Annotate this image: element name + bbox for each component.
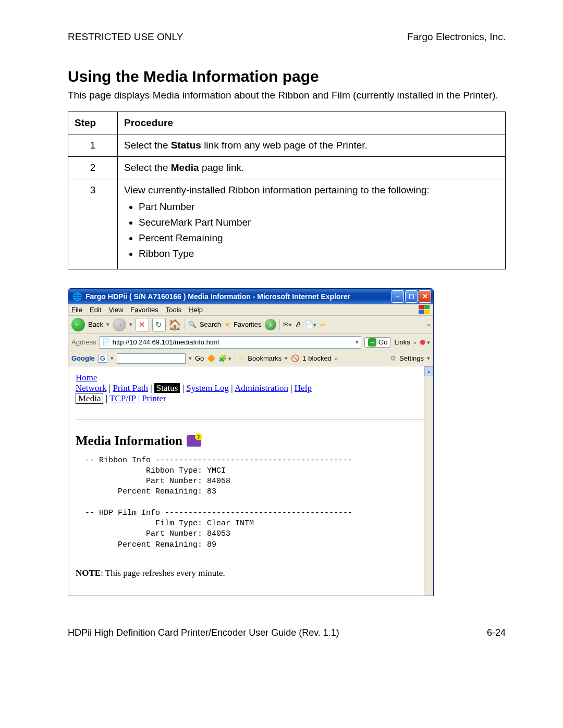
col-procedure: Procedure	[118, 112, 506, 134]
list-item: Part Number	[139, 201, 499, 213]
blocked-label[interactable]: 1 blocked	[302, 354, 332, 362]
address-input[interactable]: 📄 http://10.244.69.101/mediaInfo.html ▾	[100, 336, 361, 349]
link-printer[interactable]: Printer	[142, 393, 166, 403]
note-text: NOTE: This page refreshes every minute.	[76, 568, 426, 578]
forward-button[interactable]: →	[113, 318, 126, 331]
windows-flag-icon	[419, 304, 430, 315]
snagit-icon[interactable]: ⬣ ▾	[420, 338, 430, 346]
list-item: Percent Remaining	[139, 232, 499, 244]
link-administration[interactable]: Administration	[235, 383, 288, 393]
ie-window: 🌐 Fargo HDPii ( S/N A7160166 ) Media Inf…	[68, 288, 434, 596]
col-step: Step	[68, 112, 118, 134]
settings-gear-icon: ⚙	[390, 354, 396, 362]
back-button[interactable]: ←	[71, 318, 85, 331]
step-text: View currently-installed Ribbon informat…	[118, 179, 506, 269]
menu-help[interactable]: Help	[189, 306, 203, 314]
menu-edit[interactable]: Edit	[90, 306, 101, 314]
address-label: Address	[71, 338, 96, 346]
link-help[interactable]: Help	[295, 383, 312, 393]
table-row: 1 Select the Status link from any web pa…	[68, 134, 506, 156]
list-item: SecureMark Part Number	[139, 217, 499, 228]
search-button[interactable]: Search	[200, 320, 221, 328]
table-row: 2 Select the Media page link.	[68, 156, 506, 179]
google-toolbar: Google G▾ ▾ Go 🔶 🧩 ▾ ☆ Bookmarks▾ 🚫 1 bl…	[68, 351, 433, 366]
google-search-input[interactable]	[117, 353, 186, 364]
help-book-icon[interactable]	[187, 435, 201, 447]
maximize-button[interactable]: ◻	[405, 290, 418, 303]
toolbar-overflow-icon[interactable]: »	[427, 322, 430, 328]
menu-tools[interactable]: Tools	[166, 306, 181, 314]
toolbar: ← Back ▾ →▾ ✕ ↻ 🏠 🔍 Search ★ Favorites ♪…	[68, 316, 433, 334]
settings-button[interactable]: Settings	[399, 354, 424, 362]
favorites-star-icon: ★	[224, 320, 230, 328]
table-row: 3 View currently-installed Ribbon inform…	[68, 179, 506, 269]
header-restricted: RESTRICTED USE ONLY	[68, 31, 183, 43]
google-g-icon: G	[98, 354, 107, 363]
google-icon-2[interactable]: 🧩 ▾	[218, 354, 231, 362]
home-button[interactable]: 🏠	[169, 318, 181, 331]
menu-file[interactable]: File	[71, 306, 82, 314]
list-item: Ribbon Type	[139, 248, 499, 260]
media-button[interactable]: ♪	[265, 319, 276, 330]
link-status-selected[interactable]: Status	[154, 383, 180, 393]
stop-button[interactable]: ✕	[136, 318, 149, 331]
close-button[interactable]: ✕	[419, 290, 431, 303]
procedure-table: Step Procedure 1 Select the Status link …	[68, 112, 506, 269]
bookmarks-button[interactable]: Bookmarks	[248, 354, 282, 362]
go-button[interactable]: → Go	[364, 337, 391, 348]
edit-icon[interactable]: 📄▾	[305, 320, 316, 328]
content-heading: Media Information	[76, 434, 182, 448]
links-button[interactable]: Links	[394, 338, 410, 346]
menu-favorites[interactable]: Favorites	[130, 306, 158, 314]
blocked-icon: 🚫	[291, 354, 299, 362]
favorites-button[interactable]: Favorites	[234, 320, 261, 328]
page-title: Using the Media Information page	[68, 68, 506, 85]
print-icon[interactable]: 🖨	[295, 320, 302, 328]
intro-text: This page displays Media information abo…	[68, 89, 506, 102]
menu-view[interactable]: View	[108, 306, 123, 314]
header-company: Fargo Electronics, Inc.	[407, 31, 506, 43]
step-text: Select the Status link from any web page…	[118, 134, 506, 156]
link-home[interactable]: Home	[76, 373, 97, 382]
google-go-button[interactable]: Go	[195, 354, 204, 362]
media-info-data: -- Ribbon Info -------------------------…	[76, 455, 426, 550]
footer-guide: HDPii High Definition Card Printer/Encod…	[68, 627, 339, 638]
folder-icon[interactable]	[320, 324, 326, 326]
titlebar: 🌐 Fargo HDPii ( S/N A7160166 ) Media Inf…	[68, 289, 433, 304]
svg-rect-1	[424, 305, 430, 309]
bookmarks-star-icon: ☆	[238, 354, 244, 362]
svg-rect-0	[419, 305, 424, 309]
google-label: Google	[71, 354, 95, 362]
page-icon: 📄	[102, 338, 111, 346]
google-overflow-icon[interactable]: »	[335, 355, 338, 362]
link-system-log[interactable]: System Log	[186, 383, 229, 393]
link-tcpip[interactable]: TCP/IP	[109, 393, 136, 403]
link-media-selected[interactable]: Media	[76, 393, 103, 404]
nav-links: Home Network | Print Path | Status | Sys…	[76, 373, 426, 404]
svg-rect-3	[424, 310, 430, 314]
menubar: File Edit View Favorites Tools Help	[68, 304, 433, 316]
address-bar: Address 📄 http://10.244.69.101/mediaInfo…	[68, 334, 433, 351]
refresh-button[interactable]: ↻	[152, 318, 166, 331]
google-icon-1[interactable]: 🔶	[207, 354, 215, 362]
scrollbar[interactable]: ▴	[424, 366, 433, 596]
step-num: 2	[68, 156, 118, 179]
go-arrow-icon: →	[368, 338, 376, 347]
step-text: Select the Media page link.	[118, 156, 506, 179]
scroll-up-icon[interactable]: ▴	[424, 366, 433, 376]
search-icon: 🔍	[188, 320, 197, 328]
step-num: 1	[68, 134, 118, 156]
svg-rect-2	[419, 310, 424, 314]
page-content: ▴ Home Network | Print Path | Status | S…	[68, 366, 433, 596]
minimize-button[interactable]: –	[391, 290, 404, 303]
window-title: Fargo HDPii ( S/N A7160166 ) Media Infor…	[85, 292, 391, 301]
ie-page-icon: 🌐	[72, 292, 82, 301]
back-label[interactable]: Back	[88, 320, 103, 328]
mail-icon[interactable]: ✉▾	[283, 320, 292, 328]
link-print-path[interactable]: Print Path	[113, 383, 148, 393]
step-num: 3	[68, 179, 118, 269]
divider	[76, 419, 426, 420]
footer-page: 6-24	[487, 627, 506, 638]
link-network[interactable]: Network	[76, 383, 106, 393]
